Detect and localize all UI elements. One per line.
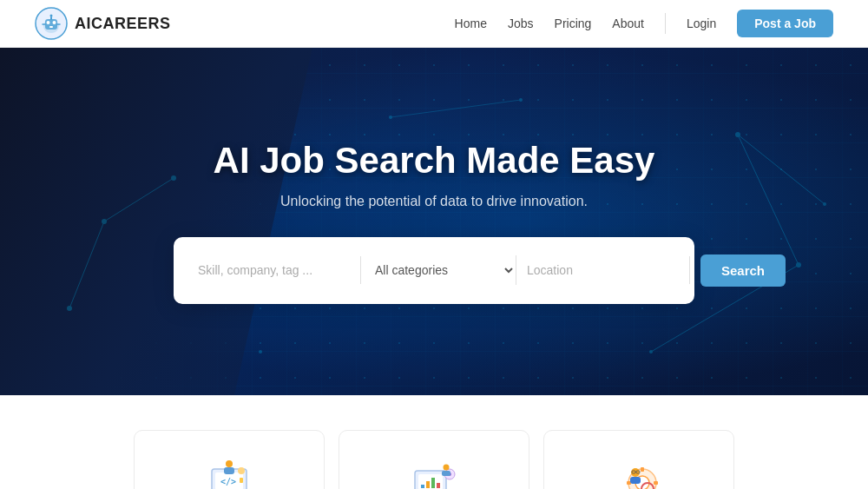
nav-pricing[interactable]: Pricing: [555, 17, 592, 30]
login-link[interactable]: Login: [687, 17, 716, 30]
nav-home[interactable]: Home: [455, 17, 487, 30]
hero-content: AI Job Search Made Easy Unlocking the po…: [0, 48, 868, 395]
svg-text:</>: </>: [220, 477, 236, 486]
hero-section: AI Job Search Made Easy Unlocking the po…: [0, 48, 868, 395]
ml-engineer-icon: [410, 459, 458, 489]
hero-subtitle: Unlocking the potential of data to drive…: [280, 194, 588, 209]
svg-point-3: [47, 21, 50, 24]
hero-title: AI Job Search Made Easy: [214, 140, 655, 182]
svg-rect-34: [224, 467, 234, 474]
svg-rect-49: [641, 467, 644, 472]
job-card-ml-engineer[interactable]: Machine Learning Engineer 10 jobs: [339, 430, 529, 489]
svg-rect-52: [654, 481, 658, 485]
software-engineer-icon: </>: [205, 459, 253, 489]
svg-rect-54: [630, 477, 641, 484]
svg-point-31: [238, 467, 245, 474]
nav-divider: [665, 13, 666, 34]
job-card-software-engineer[interactable]: </> Software Engineer 55 jobs: [134, 430, 325, 489]
job-cards-section: </> Software Engineer 55 jobs: [0, 395, 868, 489]
svg-rect-6: [50, 17, 52, 20]
svg-rect-40: [437, 483, 440, 488]
search-button[interactable]: Search: [700, 254, 786, 287]
nav-links: Home Jobs Pricing About Login Post a Job: [455, 10, 833, 37]
svg-rect-2: [45, 19, 57, 30]
logo-link[interactable]: AICAREERS: [35, 7, 171, 40]
svg-rect-38: [426, 481, 430, 488]
svg-point-7: [50, 15, 53, 17]
svg-point-45: [444, 465, 450, 471]
navbar: AICAREERS Home Jobs Pricing About Login …: [0, 0, 868, 48]
job-card-data-scientist[interactable]: Data Scientist 14 jobs: [543, 430, 734, 489]
search-container: All categories Software Engineering Data…: [174, 237, 694, 304]
nav-jobs[interactable]: Jobs: [508, 17, 534, 30]
svg-rect-32: [240, 478, 243, 483]
search-skill-input[interactable]: [194, 256, 361, 284]
post-job-button[interactable]: Post a Job: [737, 10, 833, 37]
svg-point-4: [53, 21, 56, 24]
logo-text: AICAREERS: [75, 15, 171, 33]
search-category-select[interactable]: All categories Software Engineering Data…: [361, 255, 516, 285]
data-scientist-icon: [615, 459, 663, 489]
svg-point-33: [226, 460, 233, 467]
svg-rect-39: [431, 478, 435, 488]
svg-rect-5: [49, 26, 53, 28]
svg-rect-37: [421, 485, 424, 488]
search-location-input[interactable]: [516, 256, 690, 284]
nav-about[interactable]: About: [612, 17, 644, 30]
logo-icon: [35, 7, 68, 40]
svg-rect-46: [442, 471, 450, 476]
